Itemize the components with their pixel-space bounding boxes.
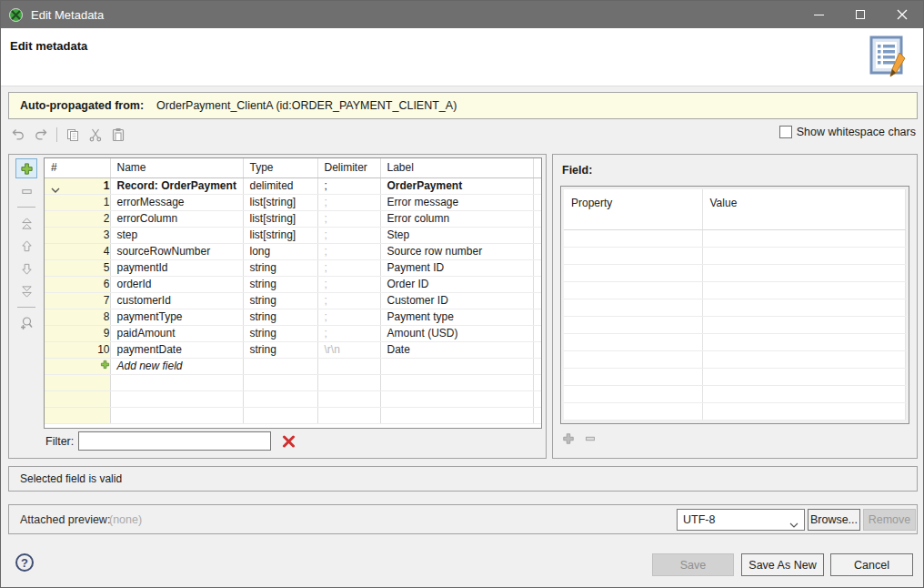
field-label[interactable]: Amount (USD) (380, 325, 533, 341)
value-cell[interactable] (702, 333, 906, 350)
property-row[interactable] (564, 281, 906, 299)
field-type[interactable]: list[string] (243, 227, 317, 243)
record-type[interactable]: delimited (243, 177, 317, 194)
maximize-button[interactable] (839, 1, 881, 28)
field-delimiter[interactable]: \r\n (317, 341, 380, 358)
save-as-new-button[interactable]: Save As New (741, 553, 824, 576)
remove-preview-button[interactable]: Remove (863, 509, 916, 531)
collapse-chevron-icon[interactable] (51, 183, 60, 195)
property-row[interactable] (564, 299, 906, 316)
redo-button[interactable] (31, 126, 51, 144)
add-field-button[interactable] (15, 158, 37, 178)
property-cell[interactable] (564, 350, 702, 368)
field-delimiter[interactable]: ; (317, 194, 380, 210)
remove-field-button[interactable] (15, 181, 37, 201)
field-row[interactable]: 3steplist[string];Step (45, 227, 542, 243)
value-cell[interactable] (702, 316, 906, 333)
metadata-grid[interactable]: # Name Type Delimiter Label (44, 157, 542, 429)
record-delimiter[interactable]: ; (317, 177, 380, 194)
field-row[interactable]: 1errorMessagelist[string];Error message (45, 194, 542, 210)
value-cell[interactable] (702, 229, 906, 247)
find-field-button[interactable] (15, 313, 37, 333)
field-type[interactable]: long (243, 243, 317, 259)
field-name[interactable]: paidAmount (110, 325, 243, 341)
cancel-button[interactable]: Cancel (830, 553, 913, 576)
field-delimiter[interactable]: ; (317, 276, 380, 292)
field-name[interactable]: paymentId (110, 259, 243, 276)
field-type[interactable]: string (243, 292, 317, 309)
field-label[interactable]: Customer ID (380, 292, 533, 309)
field-row[interactable]: 2errorColumnlist[string];Error column (45, 210, 542, 227)
property-cell[interactable] (564, 281, 702, 299)
property-cell[interactable] (564, 385, 702, 402)
field-label[interactable]: Payment type (380, 309, 533, 325)
paste-button[interactable] (108, 126, 128, 144)
move-bottom-button[interactable] (15, 281, 37, 301)
field-delimiter[interactable]: ; (317, 227, 380, 243)
add-new-field-label[interactable]: Add new field (110, 358, 243, 374)
property-value-grid[interactable]: Property Value (560, 186, 909, 424)
field-type[interactable]: list[string] (243, 210, 317, 227)
move-top-button[interactable] (15, 213, 37, 233)
property-cell[interactable] (564, 299, 702, 316)
field-label[interactable]: Date (380, 341, 533, 358)
field-type[interactable]: string (243, 259, 317, 276)
field-type[interactable]: string (243, 309, 317, 325)
property-cell[interactable] (564, 368, 702, 385)
move-up-button[interactable] (15, 236, 37, 256)
field-type[interactable]: string (243, 276, 317, 292)
field-delimiter[interactable]: ; (317, 309, 380, 325)
field-name[interactable]: errorColumn (110, 210, 243, 227)
property-row[interactable] (564, 229, 906, 247)
value-cell[interactable] (702, 247, 906, 264)
property-cell[interactable] (564, 247, 702, 264)
field-delimiter[interactable]: ; (317, 243, 380, 259)
property-cell[interactable] (564, 402, 702, 420)
property-cell[interactable] (564, 316, 702, 333)
field-name[interactable]: paymentDate (110, 341, 243, 358)
field-name[interactable]: paymentType (110, 309, 243, 325)
property-cell[interactable] (564, 333, 702, 350)
record-name[interactable]: Record: OrderPayment (110, 177, 243, 194)
field-type[interactable]: list[string] (243, 194, 317, 210)
field-delimiter[interactable]: ; (317, 292, 380, 309)
clear-filter-button[interactable] (282, 435, 296, 448)
value-cell[interactable] (702, 368, 906, 385)
property-row[interactable] (564, 368, 906, 385)
minimize-button[interactable] (798, 1, 839, 28)
browse-button[interactable]: Browse... (808, 509, 860, 531)
record-row[interactable]: 1 Record: OrderPayment delimited ; Order… (45, 177, 542, 194)
field-row[interactable]: 4sourceRowNumberlong;Source row number (45, 243, 542, 259)
filter-input[interactable] (78, 431, 271, 451)
add-property-button[interactable] (562, 432, 575, 449)
field-name[interactable]: sourceRowNumber (110, 243, 243, 259)
save-button[interactable]: Save (652, 553, 734, 576)
field-row[interactable]: 10paymentDatestring\r\nDate (45, 341, 542, 358)
remove-property-button[interactable] (584, 432, 597, 449)
property-row[interactable] (564, 247, 906, 264)
field-label[interactable]: Error message (380, 194, 533, 210)
value-cell[interactable] (702, 402, 906, 420)
field-delimiter[interactable]: ; (317, 259, 380, 276)
encoding-select[interactable]: UTF-8 (677, 509, 805, 531)
field-label[interactable]: Step (380, 227, 533, 243)
field-name[interactable]: errorMessage (110, 194, 243, 210)
field-delimiter[interactable]: ; (317, 325, 380, 341)
property-row[interactable] (564, 264, 906, 281)
help-button[interactable]: ? (15, 553, 34, 572)
value-cell[interactable] (702, 350, 906, 368)
value-cell[interactable] (702, 299, 906, 316)
copy-button[interactable] (63, 126, 83, 144)
field-label[interactable]: Payment ID (380, 259, 533, 276)
value-cell[interactable] (702, 281, 906, 299)
property-row[interactable] (564, 316, 906, 333)
record-number-cell[interactable]: 1 (45, 177, 110, 194)
field-row[interactable]: 7customerIdstring;Customer ID (45, 292, 542, 309)
field-row[interactable]: 9paidAmountstring;Amount (USD) (45, 325, 542, 341)
field-label[interactable]: Order ID (380, 276, 533, 292)
record-label[interactable]: OrderPayment (380, 177, 533, 194)
field-name[interactable]: customerId (110, 292, 243, 309)
field-label[interactable]: Source row number (380, 243, 533, 259)
property-cell[interactable] (564, 229, 702, 247)
property-cell[interactable] (564, 264, 702, 281)
